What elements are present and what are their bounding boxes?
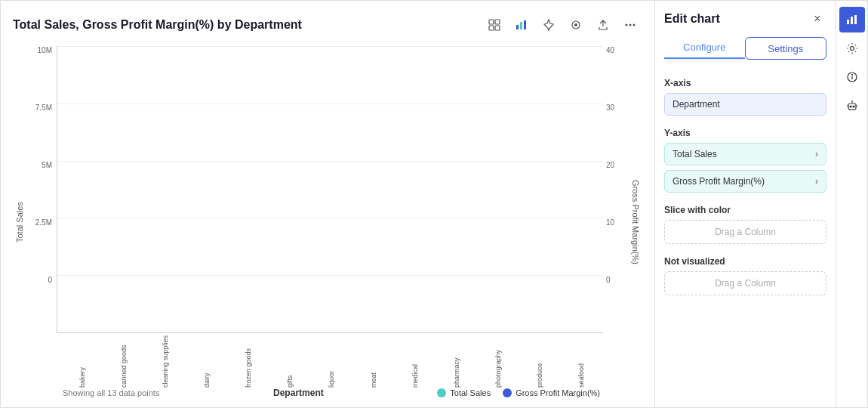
x-axis-label: pharmacy — [437, 335, 476, 388]
chart-plot: 0 2.5M 5M 7.5M 10M — [29, 46, 626, 333]
legend-label-gpm: Gross Profit Margin(%) — [516, 388, 600, 397]
y-ticks-right: 0 10 20 30 40 — [603, 46, 626, 333]
panel-tabs: Configure Settings — [664, 37, 826, 60]
svg-point-10 — [626, 24, 628, 26]
svg-rect-0 — [489, 20, 494, 24]
svg-rect-1 — [495, 20, 500, 24]
svg-rect-5 — [520, 22, 522, 29]
svg-rect-14 — [851, 17, 853, 24]
y-tick-right: 20 — [606, 161, 626, 218]
x-axis-label: gifts — [270, 335, 309, 388]
svg-rect-6 — [524, 20, 526, 29]
x-axis-label: seafood — [562, 335, 600, 388]
svg-point-12 — [633, 24, 636, 26]
y-axis-left-label: Total Sales — [13, 46, 26, 398]
chart-title: Total Sales, Gross Profit Margin(%) by D… — [13, 18, 302, 32]
y-tick-right: 30 — [606, 104, 626, 161]
slice-section-label: Slice with color — [664, 205, 826, 215]
x-axis-label: dairy — [187, 335, 226, 388]
icon-bar-gear-button[interactable] — [839, 36, 865, 61]
x-axis-label: produce — [520, 335, 559, 388]
legend: Total Sales Gross Profit Margin(%) — [437, 388, 600, 397]
data-points-info: Showing all 13 data points — [63, 388, 159, 397]
x-axis-label: liquor — [312, 335, 350, 388]
edit-panel-title: Edit chart — [664, 12, 720, 26]
svg-rect-13 — [847, 20, 849, 24]
edit-panel-header: Edit chart × — [664, 10, 826, 28]
svg-point-9 — [574, 23, 577, 26]
table-view-button[interactable] — [482, 13, 506, 37]
x-axis-label: canned goods — [104, 335, 143, 388]
pin-button[interactable] — [537, 13, 561, 37]
share-button[interactable] — [591, 13, 615, 37]
y-axis-item-label-gpm: Gross Profit Margin(%) — [673, 176, 765, 187]
chevron-right-icon: › — [815, 149, 818, 159]
svg-point-21 — [850, 106, 851, 107]
icon-bar-robot-button[interactable] — [839, 93, 865, 119]
bars-area — [57, 46, 603, 333]
tab-configure[interactable]: Configure — [664, 37, 745, 59]
chart-toolbar — [482, 13, 642, 37]
x-axis-title: Department — [159, 388, 437, 398]
more-button[interactable] — [618, 13, 642, 37]
svg-point-16 — [850, 47, 854, 51]
y-tick: 5M — [29, 161, 52, 218]
bars-group-container — [57, 46, 603, 332]
svg-rect-2 — [489, 26, 494, 30]
chart-inner: 0 2.5M 5M 7.5M 10M — [29, 46, 626, 398]
chart-footer: Showing all 13 data points Department To… — [29, 388, 626, 398]
x-axis-section-label: X-axis — [664, 78, 826, 88]
not-visualized-drop-zone[interactable]: Drag a Column — [664, 271, 826, 295]
svg-point-22 — [853, 106, 854, 107]
tab-settings[interactable]: Settings — [745, 37, 827, 60]
y-axis-item-label-ts: Total Sales — [673, 149, 717, 159]
y-axis-item-total-sales[interactable]: Total Sales › — [664, 143, 826, 165]
svg-point-19 — [851, 75, 852, 76]
edit-panel: Edit chart × Configure Settings X-axis D… — [654, 1, 836, 407]
x-axis-label: photography — [479, 335, 517, 388]
chart-container: Total Sales 0 2.5M 5M 7.5M 10M — [13, 46, 642, 398]
chevron-right-icon-2: › — [815, 176, 818, 187]
chart-area: Total Sales, Gross Profit Margin(%) by D… — [1, 1, 654, 407]
x-axis-label: medical — [396, 335, 434, 388]
y-tick: 7.5M — [29, 104, 52, 161]
x-axis-label: bakery — [63, 335, 101, 388]
chart-header: Total Sales, Gross Profit Margin(%) by D… — [13, 13, 642, 37]
y-tick-right: 10 — [606, 218, 626, 276]
y-tick: 2.5M — [29, 218, 52, 276]
legend-dot-blue — [503, 388, 512, 397]
x-axis-label: frozen goods — [229, 335, 267, 388]
close-panel-button[interactable]: × — [808, 10, 826, 28]
y-axis-section-label: Y-axis — [664, 128, 826, 138]
legend-item-gpm: Gross Profit Margin(%) — [503, 388, 600, 397]
svg-rect-3 — [495, 26, 500, 30]
y-tick: 0 — [29, 276, 52, 333]
y-ticks-left: 0 2.5M 5M 7.5M 10M — [29, 46, 57, 333]
x-axis-labels: bakerycanned goodscleaning suppliesdairy… — [29, 335, 626, 388]
icon-bar-info-button[interactable] — [839, 64, 865, 90]
svg-rect-4 — [516, 25, 519, 29]
y-axis-item-gpm[interactable]: Gross Profit Margin(%) › — [664, 170, 826, 193]
x-axis-label: meat — [354, 335, 392, 388]
bar-chart-button[interactable] — [509, 13, 534, 37]
not-visualized-section-label: Not visualized — [664, 256, 826, 267]
x-axis-field[interactable]: Department — [664, 93, 826, 116]
x-axis-label: cleaning supplies — [146, 335, 184, 388]
y-tick-right: 40 — [606, 46, 626, 104]
legend-dot-teal — [437, 388, 446, 397]
svg-rect-15 — [854, 15, 857, 24]
icon-bar-chart-button[interactable] — [839, 7, 865, 32]
mark-button[interactable] — [564, 13, 588, 37]
icon-bar — [836, 1, 867, 407]
legend-label-total-sales: Total Sales — [450, 388, 491, 397]
y-axis-right-label: Gross Profit Margin(%) — [629, 46, 642, 398]
y-tick-right: 0 — [606, 276, 626, 333]
y-tick: 10M — [29, 46, 52, 104]
svg-point-11 — [629, 24, 632, 26]
slice-drop-zone[interactable]: Drag a Column — [664, 220, 826, 244]
legend-item-total-sales: Total Sales — [437, 388, 491, 397]
